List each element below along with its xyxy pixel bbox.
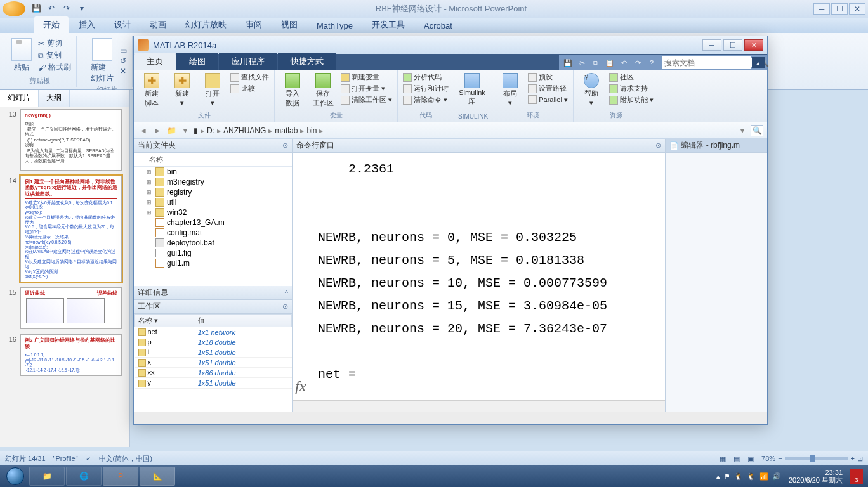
fit-button[interactable]: ⊡ <box>857 455 863 463</box>
ws-row[interactable]: p1x18 double <box>135 337 292 347</box>
ppt-tab-anim[interactable]: 动画 <box>141 16 175 33</box>
ml-tab-shortcuts[interactable]: 快捷方式 <box>278 53 336 70</box>
cmdwin-hscroll[interactable] <box>293 400 665 412</box>
zoom-out[interactable]: − <box>778 455 782 462</box>
slide-thumbnails[interactable]: 13 newgrnn( ) 功能 建立一个广义回归神经网络，用于函数逼近。 格式… <box>0 107 129 447</box>
file-row[interactable]: ⊞bin <box>134 167 292 177</box>
slide-thumb-13[interactable]: newgrnn( ) 功能 建立一个广义回归神经网络，用于函数逼近。 格式 (1… <box>20 109 122 171</box>
name-col[interactable]: 名称 <box>149 155 163 164</box>
tray-net-icon[interactable]: 📶 <box>760 472 768 481</box>
layout-button[interactable]: 布局▾ <box>496 72 524 108</box>
open-button[interactable]: 打开▾ <box>199 72 227 108</box>
details-expand-icon[interactable]: ^ <box>285 289 288 297</box>
compare-button[interactable]: 比较 <box>229 83 270 94</box>
ws-row[interactable]: t1x51 double <box>135 347 292 358</box>
taskbar-explorer[interactable]: 📁 <box>29 467 65 486</box>
delete-btn[interactable]: ✕ <box>120 67 127 75</box>
office-orb[interactable] <box>3 1 25 16</box>
qat-save[interactable]: 💾 <box>29 1 43 15</box>
slide-thumb-16[interactable]: 例2 广义回归神经网络与径向基网络的比较 x=-1:0.1:1; y=[-12 … <box>20 334 122 375</box>
zoom-slider[interactable] <box>785 457 848 460</box>
ws-col-name[interactable]: 名称 <box>138 316 152 324</box>
clearws-button[interactable]: 清除工作区▾ <box>339 94 393 105</box>
qat-undo[interactable]: ↶ <box>44 1 58 15</box>
view-show[interactable]: ▣ <box>747 455 754 463</box>
new-slide-button[interactable]: 新建 幻灯片 <box>87 37 117 85</box>
ppt-tab-review[interactable]: 审阅 <box>237 16 271 33</box>
newvar-button[interactable]: 新建变量 <box>339 72 393 82</box>
workspace-list[interactable]: 名称 ▾值 net1x1 networkp1x18 doublet1x51 do… <box>134 314 292 412</box>
ppt-tab-view[interactable]: 视图 <box>272 16 306 33</box>
ppt-close[interactable]: ✕ <box>849 3 865 15</box>
copy-button[interactable]: ⧉复制 <box>38 50 71 61</box>
parallel-button[interactable]: Parallel▾ <box>527 94 569 105</box>
crumb-p1[interactable]: ANZHUANG <box>223 126 266 135</box>
ws-col-value[interactable]: 值 <box>194 315 292 327</box>
nav-up[interactable]: 📁 <box>166 125 177 136</box>
runtime-button[interactable]: 运行和计时 <box>402 83 450 94</box>
taskbar-clock[interactable]: 23:31 2020/6/20 星期六 <box>785 469 846 484</box>
new-button[interactable]: 新建▾ <box>168 72 196 108</box>
simulink-button[interactable]: Simulink 库 <box>458 72 486 107</box>
taskbar-ie[interactable]: 🌐 <box>66 467 102 486</box>
qa-paste[interactable]: 📋 <box>603 57 616 68</box>
file-row[interactable]: chapter13_GA.m <box>134 218 292 228</box>
cut-button[interactable]: ✂剪切 <box>38 38 71 49</box>
ppt-tab-mathtype[interactable]: MathType <box>308 18 362 33</box>
qa-collapse[interactable]: ▴ <box>752 57 765 68</box>
qat-redo[interactable]: ↷ <box>60 1 74 15</box>
addons-button[interactable]: 附加功能▾ <box>608 94 655 105</box>
crumb-p3[interactable]: bin <box>306 126 317 135</box>
slide-thumb-15[interactable]: 逼近曲线 误差曲线 <box>20 287 122 329</box>
ml-tab-home[interactable]: 主页 <box>134 53 176 70</box>
taskbar-powerpoint[interactable]: P <box>103 467 138 486</box>
fx-prompt-icon[interactable]: fx <box>295 378 306 395</box>
matlab-bottom-scroll[interactable] <box>134 412 767 424</box>
clearcmd-button[interactable]: 清除命令▾ <box>402 94 450 105</box>
current-folder-list[interactable]: 名称 ⊞bin⊞m3iregistry⊞registry⊞util⊞win32c… <box>134 153 292 286</box>
doc-search-input[interactable] <box>664 58 760 67</box>
ppt-tab-design[interactable]: 设计 <box>105 16 140 33</box>
matlab-titlebar[interactable]: MATLAB R2014a ─ ☐ ✕ <box>134 36 767 54</box>
ws-row[interactable]: xx1x86 double <box>135 368 292 378</box>
file-row[interactable]: deploytool.bat <box>134 238 292 248</box>
cmdwin-content[interactable]: 2.2361 NEWRB, neurons = 0, MSE = 0.30322… <box>293 153 665 400</box>
slides-tab[interactable]: 幻灯片 <box>0 90 39 107</box>
tray-qq2-icon[interactable]: 🐧 <box>747 472 756 481</box>
ppt-tab-acrobat[interactable]: Acrobat <box>415 18 461 33</box>
layout-btn[interactable]: ▭ <box>120 46 127 55</box>
outline-tab[interactable]: 大纲 <box>39 90 70 107</box>
editor-header[interactable]: 📄 编辑器 - rbfjing.m <box>666 139 767 153</box>
details-header[interactable]: 详细信息^ <box>134 286 292 300</box>
setpath-button[interactable]: 设置路径 <box>527 83 569 94</box>
prefs-button[interactable]: 预设 <box>527 72 569 82</box>
ml-tab-plots[interactable]: 绘图 <box>176 53 218 70</box>
matlab-close[interactable]: ✕ <box>744 39 763 51</box>
file-row[interactable]: ⊞util <box>134 197 292 207</box>
zoom-in[interactable]: + <box>851 455 855 462</box>
slide-thumb-14[interactable]: 例1 建立一个径向基神经网络，对非线性函数y=sqrt(x)进行逼近，并作出网络… <box>20 176 122 283</box>
ppt-minimize[interactable]: ─ <box>813 3 830 15</box>
start-button[interactable] <box>3 467 28 486</box>
savews-button[interactable]: 保存 工作区 <box>309 72 337 109</box>
qa-help[interactable]: ? <box>645 57 658 68</box>
nav-back[interactable]: ◄ <box>138 125 149 136</box>
ws-menu-icon[interactable]: ⊙ <box>282 302 288 311</box>
breadcrumb[interactable]: ▮▸ D:▸ ANZHUANG▸ matlab▸ bin▸ <box>194 126 323 135</box>
matlab-maximize[interactable]: ☐ <box>723 39 742 51</box>
tray-qq1-icon[interactable]: 🐧 <box>734 472 743 481</box>
fmtpainter-button[interactable]: 🖌格式刷 <box>38 62 71 73</box>
ppt-tab-home[interactable]: 开始 <box>34 16 69 33</box>
analyze-button[interactable]: 分析代码 <box>402 72 450 82</box>
qa-cut[interactable]: ✂ <box>575 57 588 68</box>
curfolder-header[interactable]: 当前文件夹⊙ <box>134 139 292 153</box>
ws-row[interactable]: net1x1 network <box>135 327 292 337</box>
qat-more[interactable]: ▾ <box>75 1 89 15</box>
ws-row[interactable]: y1x51 double <box>135 378 292 388</box>
reset-btn[interactable]: ↺ <box>120 56 127 65</box>
ws-row[interactable]: x1x51 double <box>135 358 292 368</box>
nav-fwd[interactable]: ► <box>152 125 163 136</box>
view-sorter[interactable]: ▤ <box>733 455 740 463</box>
taskbar-calendar-badge[interactable]: 3 <box>850 469 863 484</box>
file-row[interactable]: ⊞m3iregistry <box>134 177 292 187</box>
